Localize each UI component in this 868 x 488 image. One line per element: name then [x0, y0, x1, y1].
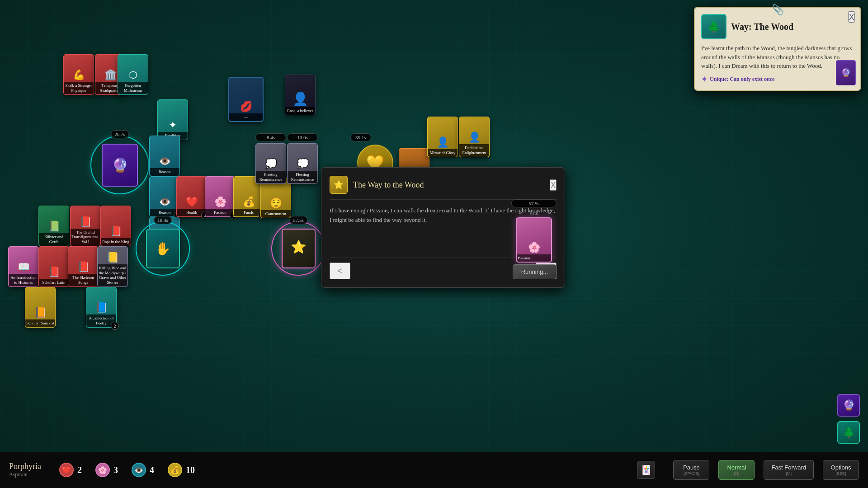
- health-value: 2: [77, 465, 82, 475]
- way-dialog: ⭐ The Way to the Wood X If I have enough…: [321, 167, 565, 288]
- passion-icon: 🌸: [95, 463, 110, 477]
- funds-icon: 💰: [168, 463, 182, 477]
- card-reason-2[interactable]: 👁️ Reason 3: [149, 176, 180, 217]
- third-circle-timer: 57.5s: [289, 216, 307, 224]
- pause-button[interactable]: Pause [SPACE]: [673, 460, 709, 480]
- normal-speed-button[interactable]: Normal [N]: [718, 460, 755, 480]
- purple-icon-card[interactable]: 🔮: [837, 394, 860, 417]
- stat-reason: 👁️ 4: [132, 463, 154, 477]
- card-reason-1[interactable]: 👁️ Reason: [149, 136, 180, 176]
- fleeting1-timer: 8.4s: [255, 133, 286, 141]
- card-skeleton-songs[interactable]: 📕 The Skeleton Songs: [68, 246, 99, 287]
- second-circle-slot[interactable]: 18.4s ✋: [136, 221, 190, 276]
- way-dialog-slot: 57.5s Path 🌸 Passion: [511, 199, 557, 263]
- third-circle-slot[interactable]: 57.5s ⭐: [271, 221, 326, 276]
- way-dialog-slot-timer: 57.5s: [511, 199, 557, 207]
- passion-value: 3: [113, 465, 118, 475]
- tooltip-card-icon: 🌲: [701, 14, 726, 39]
- card-rapt-king[interactable]: 📕 Rapt in the King: [100, 206, 131, 246]
- card-scholar-latin[interactable]: 📕 Scholar: Latin: [38, 246, 69, 287]
- player-name: Porphyria: [9, 462, 41, 471]
- bottom-bar: Porphyria Aspirant ❤️ 2 🌸 3 👁️ 4 💰 10 🃏 …: [0, 452, 868, 488]
- card-kuhner[interactable]: 📗 Kühner and Gerth: [38, 206, 69, 246]
- card-dedication[interactable]: 👤 Dedication: Enlightenment: [459, 117, 490, 157]
- way-dialog-header: ⭐ The Way to the Wood X: [330, 176, 557, 200]
- card-passion[interactable]: 🌸 Passion 2: [205, 176, 236, 217]
- card-fleeting1[interactable]: 💭 Fleeting Reminiscence: [255, 143, 286, 184]
- player-title: Aspirant: [9, 471, 41, 478]
- reason-icon: 👁️: [132, 463, 146, 477]
- stat-funds: 💰 10: [168, 463, 195, 477]
- card-lips[interactable]: 💋 —: [228, 77, 264, 122]
- second-circle-timer: 18.4s: [154, 216, 172, 224]
- card-scholar-sanskrit[interactable]: 📙 Scholar: Sanskrit: [25, 287, 56, 328]
- paperclip-decoration: 📎: [772, 4, 784, 16]
- way-dialog-prev-button[interactable]: <: [330, 263, 350, 279]
- stat-passion: 🌸 3: [95, 463, 118, 477]
- card-intro-histories[interactable]: 📖 An Introduction to Histories: [8, 246, 39, 287]
- game-board: 💪 Skill: a Stronger Physique 🏛️ Temporar…: [0, 0, 868, 452]
- tooltip-body: I've learnt the path to the Wood, the ta…: [701, 44, 854, 70]
- way-dialog-title: The Way to the Wood: [353, 180, 544, 190]
- card-fleeting2[interactable]: 💭 Fleeting Reminiscence: [287, 143, 318, 184]
- options-button[interactable]: Options [ESC]: [823, 460, 859, 480]
- card-mirror-glory[interactable]: 👤 Mirror of Glory: [427, 117, 458, 157]
- way-dialog-slot-label: Path: [511, 210, 557, 216]
- card-skill-stronger[interactable]: 💪 Skill: a Stronger Physique: [63, 54, 94, 95]
- card-forgotten-mithraeum[interactable]: ⬡ Forgotten Mithraeum: [118, 54, 148, 95]
- tooltip-panel: 📎 X 🌲 Way: The Wood I've learnt the path…: [694, 7, 861, 91]
- card-orchid[interactable]: 📕 The Orchid Transfigurations, Vol I: [70, 206, 101, 246]
- deck-icon[interactable]: 🃏: [637, 461, 655, 479]
- tooltip-title: Way: The Wood: [731, 22, 793, 32]
- card-collection-poetry[interactable]: 📘 A Collection of Poetry 2: [86, 287, 117, 328]
- tooltip-close-button[interactable]: X: [848, 11, 855, 23]
- top-area-timer: 35.1s: [350, 133, 371, 141]
- card-killing-ripe[interactable]: 📒 Killing Ripe and the Moldywarp's Grave…: [97, 246, 128, 287]
- main-circle-slot[interactable]: 26.7s 🔮: [90, 136, 149, 194]
- tooltip-unique: ✦ Unique: Can only exist once: [701, 75, 854, 84]
- reason-value: 4: [150, 465, 154, 475]
- way-dialog-icon: ⭐: [330, 176, 348, 194]
- teal-icon-card[interactable]: 🌲: [837, 421, 860, 444]
- card-erudition[interactable]: ✦ Erudition: [157, 99, 188, 140]
- health-icon: ❤️: [59, 463, 74, 477]
- fleeting2-container: 10.6s 💭 Fleeting Reminiscence: [287, 133, 318, 184]
- collection-badge: 2: [111, 322, 119, 330]
- running-button[interactable]: Running...: [513, 264, 557, 279]
- player-info: Porphyria Aspirant: [9, 462, 41, 478]
- main-circle-timer: 26.7s: [111, 130, 129, 138]
- tooltip-card-thumb: 🔮: [836, 60, 856, 85]
- fleeting2-timer: 10.6s: [287, 133, 318, 141]
- stat-health: ❤️ 2: [59, 463, 82, 477]
- tooltip-header: 🌲 Way: The Wood: [701, 14, 854, 39]
- way-dialog-slot-card[interactable]: 🌸 Passion: [516, 217, 552, 263]
- fast-forward-button[interactable]: Fast Forward [M]: [764, 460, 814, 480]
- card-rose[interactable]: 👤 Rose, a believer: [285, 75, 316, 115]
- fleeting1-container: 8.4s 💭 Fleeting Reminiscence: [255, 133, 286, 184]
- funds-value: 10: [186, 465, 195, 475]
- way-dialog-running-container: Running...: [513, 264, 557, 279]
- card-health[interactable]: ❤️ Health 2: [176, 176, 207, 217]
- way-dialog-close-button[interactable]: X: [550, 179, 557, 191]
